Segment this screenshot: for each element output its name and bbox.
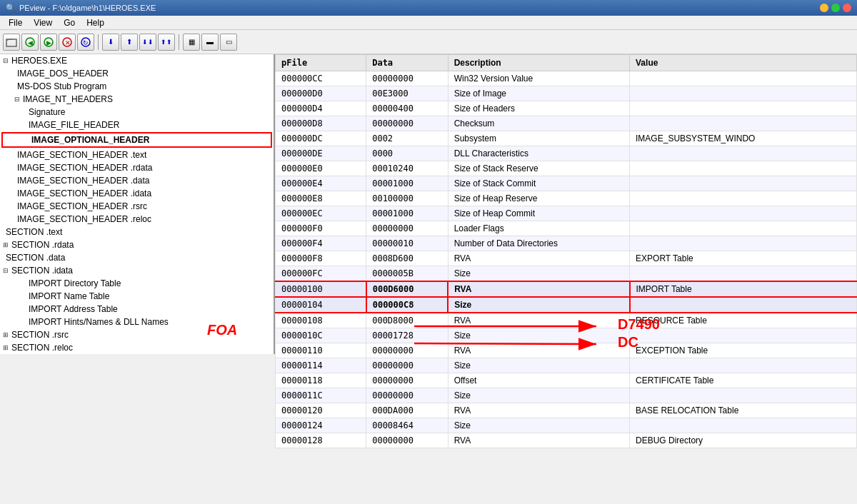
table-row[interactable]: 000000D000E3000Size of Image [276, 86, 857, 101]
cell-desc: Offset [448, 373, 629, 388]
cell-pfile: 000000D0 [276, 86, 366, 101]
tree-item-section-reloc[interactable]: ⊞SECTION .reloc [0, 341, 274, 354]
close-button[interactable] [843, 4, 851, 12]
tree-item-section-header-idata[interactable]: IMAGE_SECTION_HEADER .idata [0, 187, 274, 200]
table-row[interactable]: 0000010C00001728Size [276, 328, 857, 343]
table-row[interactable]: 000000FC0000005BSize [276, 266, 857, 282]
table-row[interactable]: 000000F000000000Loader Flags [276, 221, 857, 236]
data-table-panel[interactable]: pFile Data Description Value 000000CC000… [275, 54, 857, 448]
cell-pfile: 000000D4 [276, 101, 366, 116]
view2-button[interactable]: ▬ [201, 34, 219, 51]
table-row[interactable]: 000000EC00001000Size of Heap Commit [276, 206, 857, 221]
table-row[interactable]: 000000E400001000Size of Stack Commit [276, 176, 857, 191]
refresh-button[interactable]: ↻ [77, 34, 94, 51]
cell-desc: Win32 Version Value [448, 71, 629, 86]
cell-value: BASE RELOCATION Table [630, 403, 857, 418]
cell-value [630, 236, 857, 251]
cell-pfile: 00000104 [276, 297, 366, 313]
back-button[interactable]: ◀ [21, 34, 39, 51]
table-row[interactable]: 000000F80008D600RVAEXPORT Table [276, 251, 857, 266]
tree-label-heroes-exe: HEROES.EXE [11, 56, 67, 66]
stop-button[interactable]: ✕ [59, 34, 76, 51]
tree-item-section-idata[interactable]: ⊟SECTION .idata [0, 264, 274, 277]
cell-pfile: 000000DE [276, 146, 366, 161]
table-row[interactable]: 000000DC0002SubsystemIMAGE_SUBSYSTEM_WIN… [276, 131, 857, 146]
minimize-button[interactable] [820, 4, 828, 12]
table-row[interactable]: 000000D800000000Checksum [276, 116, 857, 131]
menu-view[interactable]: View [28, 16, 58, 29]
tree-item-section-text[interactable]: SECTION .text [0, 226, 274, 238]
tree-item-section-header-rsrc[interactable]: IMAGE_SECTION_HEADER .rsrc [0, 200, 274, 213]
cell-data: 00000000 [366, 388, 448, 403]
tree-label-section-header-text: IMAGE_SECTION_HEADER .text [17, 150, 146, 160]
tree-item-section-header-data[interactable]: IMAGE_SECTION_HEADER .data [0, 174, 274, 187]
expand-icon-section-rsrc[interactable]: ⊞ [3, 331, 9, 338]
table-row[interactable]: 000000F400000010Number of Data Directori… [276, 236, 857, 251]
cell-value [630, 191, 857, 206]
menu-help[interactable]: Help [81, 16, 110, 29]
table-row[interactable]: 00000104000000C8Size [276, 297, 857, 313]
nav-up-button[interactable]: ⬆ [121, 34, 138, 51]
table-row[interactable]: 000000E800100000Size of Heap Reserve [276, 191, 857, 206]
view1-button[interactable]: ▦ [183, 34, 200, 51]
cell-value [630, 221, 857, 236]
table-row[interactable]: 000000E000010240Size of Stack Reserve [276, 161, 857, 176]
table-row[interactable]: 0000012800000000RVADEBUG Directory [276, 433, 857, 448]
expand-icon-heroes-exe[interactable]: ⊟ [3, 57, 9, 64]
nav-down2-button[interactable]: ⬇⬇ [139, 34, 156, 51]
tree-label-section-idata: SECTION .idata [11, 266, 73, 276]
table-row[interactable]: 00000108000D8000RVARESOURCE Table [276, 313, 857, 328]
maximize-button[interactable] [831, 4, 840, 12]
tree-item-section-data[interactable]: SECTION .data [0, 251, 274, 264]
table-row[interactable]: 000000CC00000000Win32 Version Value [276, 71, 857, 86]
tree-item-import-name-table[interactable]: IMPORT Name Table [0, 290, 274, 303]
tree-item-signature[interactable]: Signature [0, 106, 274, 119]
table-row[interactable]: 0000011800000000OffsetCERTIFICATE Table [276, 373, 857, 388]
table-row[interactable]: 00000120000DA000RVABASE RELOCATION Table [276, 403, 857, 418]
tree-item-image-optional-header[interactable]: IMAGE_OPTIONAL_HEADER [1, 132, 272, 148]
menu-bar: File View Go Help [0, 16, 857, 30]
table-row[interactable]: 0000012400008464Size [276, 418, 857, 433]
menu-file[interactable]: File [3, 16, 28, 29]
nav-down-button[interactable]: ⬇ [102, 34, 119, 51]
menu-go[interactable]: Go [58, 16, 81, 29]
tree-item-section-header-rdata[interactable]: IMAGE_SECTION_HEADER .rdata [0, 161, 274, 174]
cell-data: 000D6000 [366, 281, 448, 297]
tree-item-section-header-reloc[interactable]: IMAGE_SECTION_HEADER .reloc [0, 213, 274, 226]
tree-item-section-header-text[interactable]: IMAGE_SECTION_HEADER .text [0, 148, 274, 161]
tree-item-section-rdata[interactable]: ⊞SECTION .rdata [0, 238, 274, 251]
cell-data: 00000000 [366, 433, 448, 448]
cell-data: 000000C8 [366, 297, 448, 313]
tree-item-heroes-exe[interactable]: ⊟HEROES.EXE [0, 54, 274, 67]
view3-button[interactable]: ▭ [220, 34, 237, 51]
cell-desc: Size of Stack Reserve [448, 161, 629, 176]
expand-icon-image-nt-headers[interactable]: ⊟ [14, 96, 20, 103]
open-button[interactable] [3, 34, 20, 51]
cell-data: 000DA000 [366, 403, 448, 418]
tree-item-image-file-header[interactable]: IMAGE_FILE_HEADER [0, 119, 274, 131]
nav-up2-button[interactable]: ⬆⬆ [158, 34, 175, 51]
tree-item-image-nt-headers[interactable]: ⊟IMAGE_NT_HEADERS [0, 93, 274, 106]
tree-item-image-dos-header[interactable]: IMAGE_DOS_HEADER [0, 67, 274, 80]
table-row[interactable]: 000000D400000400Size of Headers [276, 101, 857, 116]
tree-item-ms-dos-stub[interactable]: MS-DOS Stub Program [0, 80, 274, 93]
forward-button[interactable]: ▶ [40, 34, 57, 51]
tree-label-section-header-rsrc: IMAGE_SECTION_HEADER .rsrc [17, 201, 147, 211]
table-row[interactable]: 0000011000000000RVAEXCEPTION Table [276, 343, 857, 358]
expand-icon-section-rdata[interactable]: ⊞ [3, 241, 9, 248]
table-row[interactable]: 0000011C00000000Size [276, 388, 857, 403]
expand-icon-section-reloc[interactable]: ⊞ [3, 344, 9, 351]
cell-value: EXCEPTION Table [630, 343, 857, 358]
title-bar: 🔍 PEview - F:\oldgame\h1\HEROES.EXE [0, 0, 857, 16]
table-row[interactable]: 00000100000D6000RVAIMPORT Table [276, 281, 857, 297]
cell-data: 00000000 [366, 343, 448, 358]
expand-icon-section-idata[interactable]: ⊟ [3, 267, 9, 274]
cell-pfile: 000000E0 [276, 161, 366, 176]
table-row[interactable]: 000000DE0000DLL Characteristics [276, 146, 857, 161]
cell-desc: RVA [448, 251, 629, 266]
tree-item-import-address-table[interactable]: IMPORT Address Table [0, 303, 274, 316]
tree-item-import-dir-table[interactable]: IMPORT Directory Table [0, 277, 274, 290]
app-icon: 🔍 [6, 4, 16, 13]
table-row[interactable]: 0000011400000000Size [276, 358, 857, 373]
cell-data: 00000010 [366, 236, 448, 251]
